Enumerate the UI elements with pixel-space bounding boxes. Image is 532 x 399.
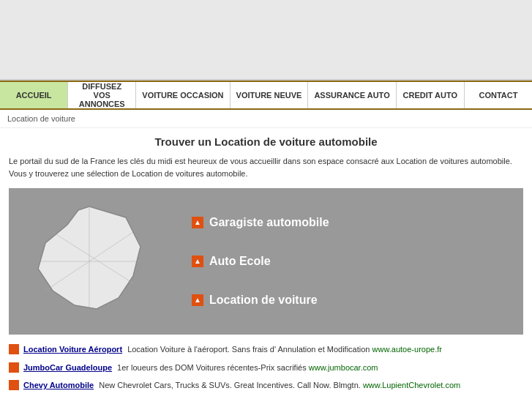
map-link-auto-ecole[interactable]: ▲ Auto Ecole (192, 255, 329, 268)
map-pin-icon-1: ▲ (192, 217, 203, 228)
map-pin-icon-3: ▲ (192, 294, 203, 306)
map-links: ▲ Garagiste automobile ▲ Auto Ecole ▲ Lo… (192, 203, 329, 320)
result-item-3: Chevy Automobile New Chevrolet Cars, Tru… (9, 379, 523, 392)
intro-text: Le portail du sud de la France les clés … (9, 155, 523, 179)
breadcrumb: Location de voiture (0, 110, 532, 128)
result-desc-3: New Chevrolet Cars, Trucks & SUVs. Great… (99, 381, 361, 389)
result-item-1: Location Voiture Aéroport Location Voitu… (9, 343, 523, 356)
nav-item-voiture-occasion[interactable]: VOITURE OCCASION (136, 82, 230, 108)
result-desc-2: 1er loueurs des DOM Voitures récentes-Pr… (117, 363, 307, 372)
navigation-bar: ACCUEIL DIFFUSEZ VOS ANNONCES VOITURE OC… (0, 81, 532, 110)
result-title-2[interactable]: JumboCar Guadeloupe (23, 363, 112, 372)
map-section: ▲ Garagiste automobile ▲ Auto Ecole ▲ Lo… (9, 188, 523, 335)
main-content: Trouver un Location de voiture automobil… (0, 128, 532, 399)
map-link-location[interactable]: ▲ Location de voiture (192, 294, 329, 307)
results-section: Location Voiture Aéroport Location Voitu… (9, 343, 523, 392)
map-link-label-auto-ecole: Auto Ecole (209, 255, 271, 268)
map-link-label-location: Location de voiture (209, 294, 318, 307)
page-title: Trouver un Location de voiture automobil… (9, 135, 523, 148)
result-icon-2 (9, 362, 19, 373)
map-pin-icon-2: ▲ (192, 256, 203, 267)
result-desc-1: Location Voiture à l'aéroport. Sans frai… (127, 345, 370, 354)
nav-item-diffusez[interactable]: DIFFUSEZ VOS ANNONCES (68, 82, 136, 108)
result-title-3[interactable]: Chevy Automobile (23, 381, 94, 389)
result-link-3[interactable]: www.LupientChevrolet.com (363, 381, 460, 389)
nav-item-accueil[interactable]: ACCUEIL (0, 82, 68, 108)
result-icon-1 (9, 344, 19, 354)
result-icon-3 (9, 380, 19, 390)
nav-item-assurance-auto[interactable]: ASSURANCE AUTO (308, 82, 396, 108)
result-title-1[interactable]: Location Voiture Aéroport (23, 345, 122, 354)
result-item-2: JumboCar Guadeloupe 1er loueurs des DOM … (9, 362, 523, 374)
result-link-1[interactable]: www.autoe-urope.fr (372, 345, 442, 354)
nav-item-credit-auto[interactable]: CREDIT AUTO (397, 82, 465, 108)
nav-item-voiture-neuve[interactable]: VOITURE NEUVE (231, 82, 309, 108)
result-link-2[interactable]: www.jumbocar.com (309, 363, 378, 372)
map-link-label-garagiste: Garagiste automobile (209, 216, 329, 229)
banner-area (0, 0, 532, 81)
map-link-garagiste[interactable]: ▲ Garagiste automobile (192, 216, 329, 229)
nav-item-contact[interactable]: CONTACT (465, 82, 532, 108)
france-map-image (23, 203, 155, 320)
